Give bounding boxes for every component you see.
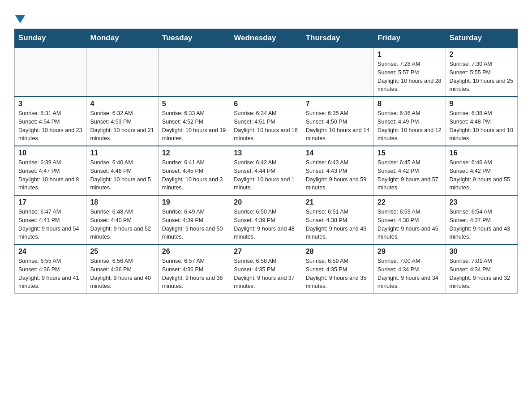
day-info: Sunrise: 6:41 AM Sunset: 4:45 PM Dayligh…: [162, 158, 226, 192]
calendar-cell: 1Sunrise: 7:28 AM Sunset: 5:57 PM Daylig…: [374, 47, 446, 97]
page-header: [14, 11, 518, 23]
weekday-header-wednesday: Wednesday: [230, 29, 302, 48]
day-number: 28: [306, 248, 370, 256]
week-row-3: 10Sunrise: 6:39 AM Sunset: 4:47 PM Dayli…: [15, 146, 518, 195]
day-number: 18: [90, 198, 154, 206]
day-info: Sunrise: 6:57 AM Sunset: 4:36 PM Dayligh…: [162, 257, 226, 291]
calendar-cell: 2Sunrise: 7:30 AM Sunset: 5:55 PM Daylig…: [446, 47, 517, 97]
day-info: Sunrise: 6:59 AM Sunset: 4:35 PM Dayligh…: [306, 257, 370, 291]
calendar-cell: 24Sunrise: 6:55 AM Sunset: 4:36 PM Dayli…: [15, 244, 86, 294]
day-number: 13: [234, 149, 298, 157]
week-row-4: 17Sunrise: 6:47 AM Sunset: 4:41 PM Dayli…: [15, 195, 518, 244]
day-info: Sunrise: 6:35 AM Sunset: 4:50 PM Dayligh…: [306, 109, 370, 143]
day-info: Sunrise: 6:39 AM Sunset: 4:47 PM Dayligh…: [18, 158, 82, 192]
calendar-cell: 26Sunrise: 6:57 AM Sunset: 4:36 PM Dayli…: [158, 244, 230, 294]
calendar-cell: 23Sunrise: 6:54 AM Sunset: 4:37 PM Dayli…: [446, 195, 517, 244]
day-number: 5: [162, 100, 226, 108]
calendar-cell: 16Sunrise: 6:46 AM Sunset: 4:42 PM Dayli…: [446, 146, 517, 195]
calendar-cell: [230, 47, 302, 97]
day-number: 14: [306, 149, 370, 157]
weekday-header-monday: Monday: [86, 29, 158, 48]
day-info: Sunrise: 7:28 AM Sunset: 5:57 PM Dayligh…: [378, 60, 442, 94]
calendar-table: SundayMondayTuesdayWednesdayThursdayFrid…: [14, 29, 518, 294]
calendar-cell: [86, 47, 158, 97]
day-number: 23: [450, 198, 514, 206]
calendar-cell: 10Sunrise: 6:39 AM Sunset: 4:47 PM Dayli…: [15, 146, 86, 195]
calendar-cell: 21Sunrise: 6:51 AM Sunset: 4:38 PM Dayli…: [302, 195, 373, 244]
calendar-cell: [15, 47, 86, 97]
day-info: Sunrise: 6:48 AM Sunset: 4:40 PM Dayligh…: [90, 208, 154, 241]
week-row-1: 1Sunrise: 7:28 AM Sunset: 5:57 PM Daylig…: [15, 47, 518, 97]
day-number: 26: [162, 248, 226, 256]
calendar-cell: 6Sunrise: 6:34 AM Sunset: 4:51 PM Daylig…: [230, 97, 302, 146]
day-info: Sunrise: 6:33 AM Sunset: 4:52 PM Dayligh…: [162, 109, 226, 143]
day-info: Sunrise: 6:50 AM Sunset: 4:39 PM Dayligh…: [234, 208, 298, 241]
day-number: 29: [378, 248, 442, 256]
day-info: Sunrise: 6:58 AM Sunset: 4:35 PM Dayligh…: [234, 257, 298, 291]
weekday-header-row: SundayMondayTuesdayWednesdayThursdayFrid…: [15, 29, 518, 48]
calendar-cell: 30Sunrise: 7:01 AM Sunset: 4:34 PM Dayli…: [446, 244, 517, 294]
calendar-cell: 28Sunrise: 6:59 AM Sunset: 4:35 PM Dayli…: [302, 244, 373, 294]
logo: [14, 14, 25, 23]
day-number: 24: [18, 248, 82, 256]
week-row-5: 24Sunrise: 6:55 AM Sunset: 4:36 PM Dayli…: [15, 244, 518, 294]
day-info: Sunrise: 6:53 AM Sunset: 4:38 PM Dayligh…: [378, 208, 442, 241]
day-number: 21: [306, 198, 370, 206]
day-number: 20: [234, 198, 298, 206]
day-info: Sunrise: 6:34 AM Sunset: 4:51 PM Dayligh…: [234, 109, 298, 143]
calendar-cell: 19Sunrise: 6:49 AM Sunset: 4:39 PM Dayli…: [158, 195, 230, 244]
day-info: Sunrise: 6:40 AM Sunset: 4:46 PM Dayligh…: [90, 158, 154, 192]
day-number: 25: [90, 248, 154, 256]
weekday-header-thursday: Thursday: [302, 29, 373, 48]
calendar-cell: [302, 47, 373, 97]
day-info: Sunrise: 6:54 AM Sunset: 4:37 PM Dayligh…: [450, 208, 514, 241]
day-number: 19: [162, 198, 226, 206]
day-number: 10: [18, 149, 82, 157]
calendar-cell: 29Sunrise: 7:00 AM Sunset: 4:34 PM Dayli…: [374, 244, 446, 294]
day-info: Sunrise: 6:47 AM Sunset: 4:41 PM Dayligh…: [18, 208, 82, 241]
weekday-header-tuesday: Tuesday: [158, 29, 230, 48]
day-info: Sunrise: 7:30 AM Sunset: 5:55 PM Dayligh…: [450, 60, 514, 94]
day-info: Sunrise: 6:45 AM Sunset: 4:42 PM Dayligh…: [378, 158, 442, 192]
day-number: 15: [378, 149, 442, 157]
calendar-cell: 12Sunrise: 6:41 AM Sunset: 4:45 PM Dayli…: [158, 146, 230, 195]
logo-arrow-icon: [15, 15, 25, 23]
calendar-cell: 15Sunrise: 6:45 AM Sunset: 4:42 PM Dayli…: [374, 146, 446, 195]
day-number: 8: [378, 100, 442, 108]
day-number: 2: [450, 51, 514, 59]
day-number: 30: [450, 248, 514, 256]
day-number: 11: [90, 149, 154, 157]
weekday-header-saturday: Saturday: [446, 29, 517, 48]
calendar-cell: 8Sunrise: 6:36 AM Sunset: 4:49 PM Daylig…: [374, 97, 446, 146]
calendar-cell: 18Sunrise: 6:48 AM Sunset: 4:40 PM Dayli…: [86, 195, 158, 244]
svg-marker-0: [15, 15, 25, 23]
calendar-cell: [158, 47, 230, 97]
day-number: 16: [450, 149, 514, 157]
day-number: 27: [234, 248, 298, 256]
week-row-2: 3Sunrise: 6:31 AM Sunset: 4:54 PM Daylig…: [15, 97, 518, 146]
day-number: 6: [234, 100, 298, 108]
calendar-cell: 9Sunrise: 6:38 AM Sunset: 4:48 PM Daylig…: [446, 97, 517, 146]
day-info: Sunrise: 6:36 AM Sunset: 4:49 PM Dayligh…: [378, 109, 442, 143]
day-info: Sunrise: 6:51 AM Sunset: 4:38 PM Dayligh…: [306, 208, 370, 241]
day-info: Sunrise: 7:01 AM Sunset: 4:34 PM Dayligh…: [450, 257, 514, 291]
day-info: Sunrise: 7:00 AM Sunset: 4:34 PM Dayligh…: [378, 257, 442, 291]
day-info: Sunrise: 6:42 AM Sunset: 4:44 PM Dayligh…: [234, 158, 298, 192]
day-number: 12: [162, 149, 226, 157]
day-info: Sunrise: 6:32 AM Sunset: 4:53 PM Dayligh…: [90, 109, 154, 143]
day-info: Sunrise: 6:56 AM Sunset: 4:36 PM Dayligh…: [90, 257, 154, 291]
day-info: Sunrise: 6:55 AM Sunset: 4:36 PM Dayligh…: [18, 257, 82, 291]
day-info: Sunrise: 6:31 AM Sunset: 4:54 PM Dayligh…: [18, 109, 82, 143]
day-number: 9: [450, 100, 514, 108]
day-number: 1: [378, 51, 442, 59]
calendar-cell: 11Sunrise: 6:40 AM Sunset: 4:46 PM Dayli…: [86, 146, 158, 195]
calendar-cell: 22Sunrise: 6:53 AM Sunset: 4:38 PM Dayli…: [374, 195, 446, 244]
day-info: Sunrise: 6:49 AM Sunset: 4:39 PM Dayligh…: [162, 208, 226, 241]
calendar-cell: 20Sunrise: 6:50 AM Sunset: 4:39 PM Dayli…: [230, 195, 302, 244]
weekday-header-sunday: Sunday: [15, 29, 86, 48]
day-number: 7: [306, 100, 370, 108]
calendar-cell: 4Sunrise: 6:32 AM Sunset: 4:53 PM Daylig…: [86, 97, 158, 146]
calendar-cell: 27Sunrise: 6:58 AM Sunset: 4:35 PM Dayli…: [230, 244, 302, 294]
calendar-cell: 5Sunrise: 6:33 AM Sunset: 4:52 PM Daylig…: [158, 97, 230, 146]
day-number: 17: [18, 198, 82, 206]
